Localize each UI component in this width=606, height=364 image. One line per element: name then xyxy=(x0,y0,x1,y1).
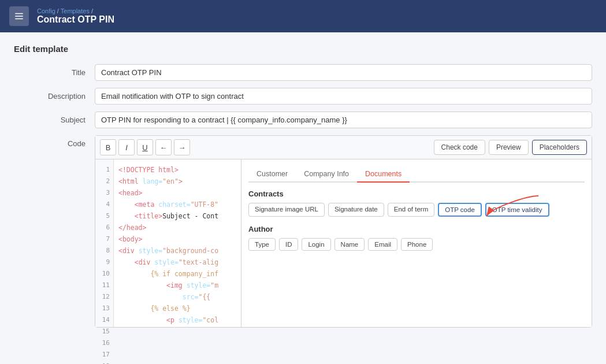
chip-id[interactable]: ID xyxy=(279,238,299,251)
code-line: </head> xyxy=(118,222,236,233)
section-title: Edit template xyxy=(14,44,592,54)
chip-type[interactable]: Type xyxy=(248,238,276,251)
chip-email[interactable]: Email xyxy=(368,238,397,251)
code-line: <p style="col xyxy=(118,314,236,326)
chip-end-of-term[interactable]: End of term xyxy=(388,203,434,217)
line-numbers: 12345 678910 1112131415 161718 xyxy=(95,159,114,327)
description-input[interactable] xyxy=(95,88,592,105)
main-content: Edit template Title Description Subject … xyxy=(0,32,606,346)
code-line: <img style="m xyxy=(118,280,236,291)
title-row: Title xyxy=(14,64,592,81)
svg-rect-1 xyxy=(15,16,23,17)
code-line: <body> xyxy=(118,233,236,245)
author-chips: Type ID Login Name Email Phone xyxy=(248,238,585,251)
toolbar-left: B I U ← → xyxy=(100,139,190,155)
toolbar-right: Check code Preview Placeholders xyxy=(434,140,587,155)
description-row: Description xyxy=(14,88,592,105)
code-label: Code xyxy=(14,135,95,148)
code-line: <html lang="en"> xyxy=(118,176,236,187)
title-label: Title xyxy=(14,64,95,77)
breadcrumb-templates[interactable]: Templates xyxy=(61,8,90,14)
chip-phone[interactable]: Phone xyxy=(401,238,433,251)
chip-signature-date[interactable]: Signature date xyxy=(328,203,384,217)
breadcrumb-config[interactable]: Config xyxy=(37,8,55,14)
subject-input[interactable] xyxy=(95,112,592,128)
breadcrumb-sep2: / xyxy=(91,8,93,14)
red-arrow xyxy=(481,190,550,219)
italic-button[interactable]: I xyxy=(118,139,135,155)
app-container: Config / Templates / Contract OTP PIN Ed… xyxy=(0,0,606,364)
app-icon xyxy=(9,6,29,26)
header: Config / Templates / Contract OTP PIN xyxy=(0,0,606,32)
chip-login[interactable]: Login xyxy=(302,238,330,251)
check-code-button[interactable]: Check code xyxy=(434,140,485,155)
chip-name[interactable]: Name xyxy=(334,238,365,251)
code-line: <div style="background-co xyxy=(118,245,236,257)
tab-documents[interactable]: Documents xyxy=(357,166,410,183)
placeholders-panel: Customer Company Info Documents Contract… xyxy=(241,159,592,327)
title-input[interactable] xyxy=(95,64,592,81)
code-line: <title>Subject - Cont xyxy=(118,210,236,222)
code-content[interactable]: <!DOCTYPE html> <html lang="en"> <head> … xyxy=(114,159,241,327)
placeholders-button[interactable]: Placeholders xyxy=(532,140,587,155)
preview-button[interactable]: Preview xyxy=(489,140,529,155)
placeholder-tabs: Customer Company Info Documents xyxy=(248,166,585,183)
tab-company-info[interactable]: Company Info xyxy=(296,166,357,183)
description-label: Description xyxy=(14,88,95,101)
code-line: <div style="text-alig xyxy=(118,257,236,268)
svg-rect-0 xyxy=(15,13,23,14)
code-line: {% if company_inf xyxy=(118,268,236,280)
code-line: <!DOCTYPE html> xyxy=(118,164,236,176)
code-editor-wrapper: B I U ← → Check code Preview Placeholder… xyxy=(95,135,592,328)
underline-button[interactable]: U xyxy=(137,139,153,155)
editor-toolbar: B I U ← → Check code Preview Placeholder… xyxy=(95,136,592,159)
code-section: Code B I U ← → Check code Preview Placeh… xyxy=(14,135,592,328)
header-text: Config / Templates / Contract OTP PIN xyxy=(37,8,114,25)
subject-label: Subject xyxy=(14,112,95,124)
undo-button[interactable]: ← xyxy=(155,139,172,155)
code-line: {% else %} xyxy=(118,303,236,314)
chip-otp-code[interactable]: OTP code xyxy=(438,203,482,217)
breadcrumb: Config / Templates / xyxy=(37,8,114,14)
code-line: <meta charset="UTF-8" xyxy=(118,199,236,210)
chip-signature-image-url[interactable]: Signature image URL xyxy=(248,203,325,217)
code-line: {% endif %} xyxy=(118,326,236,327)
bold-button[interactable]: B xyxy=(100,139,116,155)
page-title: Contract OTP PIN xyxy=(37,14,114,25)
code-line: <head> xyxy=(118,187,236,199)
redo-button[interactable]: → xyxy=(174,139,190,155)
svg-rect-2 xyxy=(15,18,23,20)
code-line: src="{{ xyxy=(118,291,236,303)
subject-row: Subject xyxy=(14,112,592,128)
author-section-title: Author xyxy=(248,225,585,233)
menu-icon xyxy=(14,11,24,21)
tab-customer[interactable]: Customer xyxy=(248,166,296,183)
editor-body: 12345 678910 1112131415 161718 <!DOCTYPE… xyxy=(95,159,592,327)
